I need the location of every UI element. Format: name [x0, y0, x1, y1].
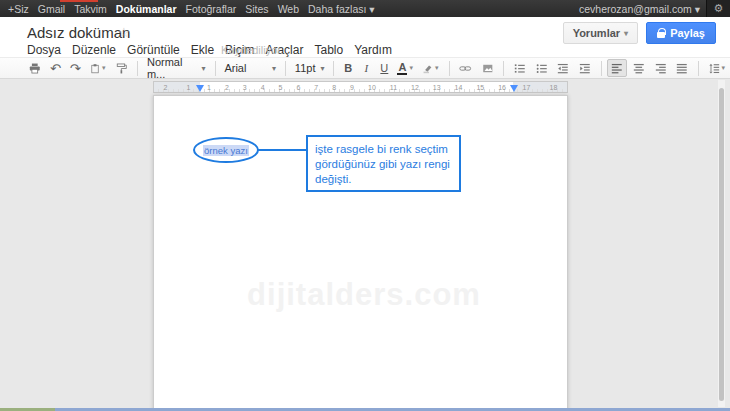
align-center-button[interactable] [629, 59, 649, 77]
chevron-down-icon: ▾ [369, 3, 374, 15]
topbar-more-menu[interactable]: Daha fazlası ▾ [308, 3, 375, 15]
ruler-number: 8 [332, 84, 336, 91]
comments-button[interactable]: Yorumlar▾ [563, 22, 639, 44]
italic-button[interactable]: I [358, 59, 374, 77]
annotation-connector-line [258, 149, 308, 151]
ruler-number: 16 [498, 84, 506, 91]
toolbar-separator [503, 61, 504, 76]
ruler-number: 5 [279, 84, 283, 91]
decrease-indent-icon [557, 62, 569, 75]
scrollbar-thumb[interactable] [719, 88, 724, 401]
topbar-link-sites[interactable]: Sites [245, 3, 268, 15]
topbar-link-web[interactable]: Web [278, 3, 299, 15]
justify-icon [676, 62, 688, 75]
menu-edit[interactable]: Düzenle [72, 43, 116, 57]
toolbar-separator [215, 61, 216, 76]
text-color-button[interactable]: A▾ [394, 59, 416, 77]
horizontal-ruler[interactable]: 21 12345678910111213141516 1718 [153, 81, 568, 93]
ruler-number: 2 [225, 84, 229, 91]
chevron-down-icon: ▾ [435, 64, 439, 72]
justify-button[interactable] [672, 59, 692, 77]
menu-table[interactable]: Tablo [314, 43, 343, 57]
topbar-link-photos[interactable]: Fotoğraflar [186, 3, 237, 15]
callout-text: işte rasgele bi renk seçtim gördüğünüz g… [315, 142, 452, 187]
ruler-right-margin: 1718 [513, 82, 567, 92]
ruler-number: 13 [433, 84, 441, 91]
numbered-list-button[interactable] [510, 59, 530, 77]
redo-button[interactable]: ↷ [66, 59, 84, 77]
print-icon [29, 62, 41, 75]
google-docs-window: +Siz Gmail Takvim Dokümanlar Fotoğraflar… [0, 0, 730, 411]
toolbar-separator [285, 61, 286, 76]
ruler-number: 11 [390, 84, 397, 91]
menu-insert[interactable]: Ekle [191, 43, 214, 57]
ruler-number: 15 [476, 84, 484, 91]
topbar-link-plus-you[interactable]: +Siz [8, 3, 29, 15]
document-page[interactable]: örnek yazı işte rasgele bi renk seçtim g… [153, 95, 568, 411]
star-icon[interactable]: ☆ [118, 25, 130, 40]
highlighter-icon [422, 62, 433, 75]
align-right-icon [655, 62, 667, 75]
align-left-button[interactable] [607, 59, 627, 77]
menu-view[interactable]: Görüntüle [127, 43, 180, 57]
toolbar-separator [137, 61, 138, 76]
underline-button[interactable]: U [376, 59, 392, 77]
ruler-number: 1 [207, 84, 211, 91]
decrease-indent-button[interactable] [553, 59, 573, 77]
ruler-number: 6 [296, 84, 300, 91]
saving-status: Kaydediliyor... [221, 44, 289, 56]
toolbar-separator [601, 61, 602, 76]
menu-help[interactable]: Yardım [354, 43, 392, 57]
chevron-down-icon: ▾ [722, 64, 726, 72]
ruler-number: 18 [550, 84, 558, 91]
annotation-oval: örnek yazı [193, 137, 259, 163]
lock-icon [657, 28, 665, 38]
paint-format-button[interactable] [112, 59, 132, 77]
insert-image-button[interactable] [478, 59, 498, 77]
ruler-text-area: 12345678910111213141516 [200, 82, 513, 92]
ruler-number: 4 [261, 84, 265, 91]
document-title[interactable]: Adsız doküman [27, 24, 130, 41]
line-spacing-button[interactable]: ▾ [705, 59, 729, 77]
font-size-dropdown[interactable]: 11pt▾ [291, 62, 329, 74]
settings-button[interactable]: ⚙ [706, 0, 730, 17]
line-spacing-icon [709, 62, 720, 75]
bold-button[interactable]: B [340, 59, 356, 77]
document-canvas: 21 12345678910111213141516 1718 örnek ya… [0, 79, 730, 411]
paragraph-style-dropdown[interactable]: Normal m...▾ [143, 56, 210, 80]
link-icon [459, 62, 471, 75]
ruler-number: 14 [455, 84, 463, 91]
web-clipboard-button[interactable]: ▾ [86, 59, 110, 77]
undo-icon: ↶ [50, 62, 61, 75]
highlight-color-button[interactable]: ▾ [418, 59, 442, 77]
chevron-down-icon: ▾ [201, 64, 205, 73]
topbar-link-documents[interactable]: Dokümanlar [116, 3, 177, 15]
menu-file[interactable]: Dosya [27, 43, 61, 57]
bulleted-list-button[interactable] [532, 59, 552, 77]
gear-icon: ⚙ [714, 3, 724, 14]
bulleted-list-icon [536, 62, 548, 75]
insert-link-button[interactable] [455, 59, 475, 77]
active-product-indicator [60, 0, 98, 2]
increase-indent-button[interactable] [575, 59, 595, 77]
topbar-link-gmail[interactable]: Gmail [38, 3, 65, 15]
undo-button[interactable]: ↶ [47, 59, 65, 77]
ruler-number: 2 [164, 84, 168, 91]
ruler-number: 7 [314, 84, 318, 91]
align-right-button[interactable] [651, 59, 671, 77]
left-indent-marker[interactable] [196, 85, 204, 92]
text-color-icon: A [397, 61, 407, 75]
right-indent-marker[interactable] [510, 85, 518, 92]
align-center-icon [633, 62, 645, 75]
font-family-dropdown[interactable]: Arial▾ [220, 62, 280, 74]
account-email-menu[interactable]: cevherozan@gmail.com ▾ [579, 3, 700, 15]
share-button[interactable]: Paylaş [646, 22, 716, 44]
print-button[interactable] [25, 59, 45, 77]
align-left-icon [611, 62, 623, 75]
vertical-scrollbar[interactable] [718, 80, 725, 407]
topbar-link-calendar[interactable]: Takvim [74, 3, 107, 15]
image-icon [482, 62, 494, 75]
ruler-number: 10 [368, 84, 376, 91]
ruler-left-margin: 21 [154, 82, 200, 92]
clipboard-icon [90, 62, 100, 75]
